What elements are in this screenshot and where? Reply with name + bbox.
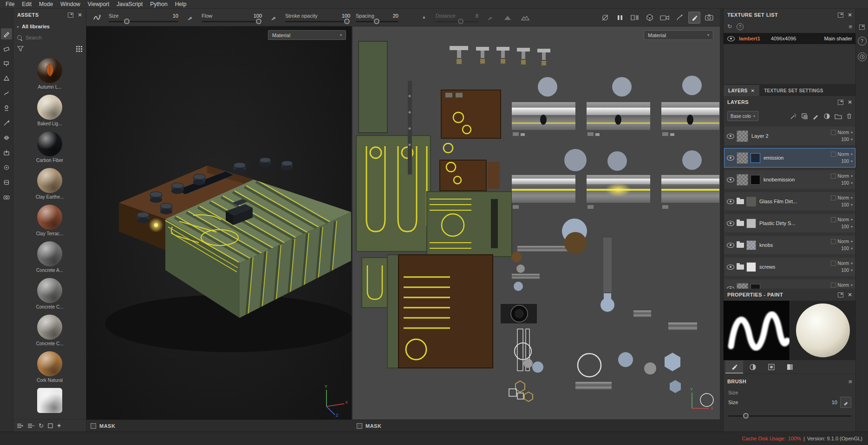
grid-view-icon[interactable] [76,46,82,52]
size-pressure-icon[interactable] [184,12,196,24]
shader-settings-icon[interactable] [1,177,12,188]
list-menu-icon[interactable]: ≡ [848,23,852,30]
layer-row-folder[interactable]: screws Norm▾ 100▾ [724,258,855,276]
layer-thumbnail[interactable] [737,174,748,186]
material-tab-icon[interactable] [781,361,799,374]
asset-thumbnail[interactable] [37,168,62,193]
layer-opacity[interactable]: 100 [841,137,849,142]
visibility-eye-icon[interactable] [727,199,734,204]
brush-menu-icon[interactable]: ≡ [848,378,852,385]
layer-thumbnail[interactable] [737,130,748,142]
slider-knob[interactable] [374,19,379,24]
asset-item[interactable]: Clay Terrac... [36,205,64,236]
brush-size-value[interactable]: 10 [832,400,837,405]
visibility-eye-icon[interactable] [727,134,734,139]
close-tab-icon[interactable]: ✕ [751,88,755,93]
symmetry-off-icon[interactable] [599,12,611,24]
alpha-profile-icon[interactable] [519,12,531,24]
slider-track[interactable] [285,21,350,22]
menu-javascript[interactable]: JavaScript [113,0,146,8]
blend-mode[interactable]: Norm [838,174,849,179]
material-mode-dropdown[interactable]: Material ▾ [268,30,346,40]
blend-mode[interactable]: Norm [838,195,849,200]
stencil-tab-icon[interactable] [763,361,780,374]
layer-row-folder[interactable]: Glass Film Dirt... Norm▾ 100▾ [724,192,855,211]
material-preview[interactable] [790,301,856,360]
slider-track[interactable] [202,21,262,22]
undock-panel-icon[interactable] [68,13,73,18]
asset-thumbnail[interactable] [37,351,62,376]
alpha-tab-icon[interactable] [744,361,762,374]
layer-name[interactable]: Glass Film Dirt... [759,199,822,204]
layer-thumbnail[interactable] [737,283,748,289]
brush-dot-icon[interactable] [418,12,430,24]
slider-track[interactable] [728,415,851,417]
spacing-slider[interactable]: Spacing20 [356,13,398,22]
asset-item[interactable]: Autumn L... [37,58,62,90]
layer-color-thumbnail[interactable] [746,197,756,206]
quick-mask-icon[interactable] [629,12,641,24]
layer-name[interactable]: Layer 2 [751,133,822,139]
layer-thumbnail[interactable] [737,152,748,164]
asset-thumbnail[interactable] [37,388,62,413]
asset-thumbnail-autumn[interactable] [37,58,62,83]
menu-file[interactable]: File [2,0,18,8]
blend-mode[interactable]: Norm [838,283,849,288]
layer-row-partial[interactable]: Norm▾ 100▾ [724,279,855,289]
search-input[interactable] [25,34,73,41]
refresh-sets-icon[interactable]: ↻ [727,23,732,30]
mask-grid-icon[interactable] [831,217,836,222]
blend-mode[interactable]: Norm [838,217,849,222]
layer-row-selected[interactable]: emission Norm▾ 100▾ [724,148,855,167]
layer-opacity[interactable]: 100 [841,224,849,229]
layer-name[interactable]: emission [764,155,822,161]
visibility-eye-icon[interactable] [727,243,734,248]
layer-row[interactable]: Layer 2 Norm▾ 100▾ [724,127,855,145]
layer-color-thumbnail[interactable] [746,240,756,250]
asset-thumbnail[interactable] [37,205,62,230]
brush-tab-icon[interactable] [725,361,743,374]
material-mode-dropdown-2d[interactable]: Material ▾ [644,30,713,40]
export-textures-icon[interactable] [1,147,12,158]
layer-color-thumbnail[interactable] [746,219,756,228]
camera-tool-icon[interactable] [1,192,12,203]
mask-grid-icon[interactable] [831,152,836,157]
channel-filter-dropdown[interactable]: Base colo ▾ [727,111,758,121]
display-settings-icon[interactable] [1,162,12,173]
undock-panel-icon[interactable] [838,292,843,297]
mask-grid-icon[interactable] [831,130,836,135]
slider-track[interactable] [356,21,398,22]
layer-row-folder[interactable]: knobs Norm▾ 100▾ [724,236,855,254]
asset-thumbnail[interactable] [37,241,62,266]
layer-color-thumbnail[interactable] [746,262,756,272]
list-view-icon[interactable] [17,423,24,428]
size-pressure-toggle[interactable] [840,397,851,408]
asset-item[interactable]: Carbon Fiber [36,131,63,163]
flow-slider[interactable]: Flow100 [202,13,262,22]
add-mask-icon[interactable] [823,113,830,120]
delete-layer-icon[interactable] [846,113,852,119]
asset-item[interactable]: Baked Lig... [37,95,62,126]
tab-texture-set-settings[interactable]: TEXTURE SET SETTINGS [759,85,828,96]
blend-mode[interactable]: Norm [838,239,849,244]
asset-item[interactable]: Clay Earthe... [36,168,64,200]
info-icon[interactable]: ? [737,23,744,30]
size-slider[interactable]: Size10 [109,13,178,22]
slider-track[interactable] [109,21,178,22]
visibility-eye-icon[interactable] [727,264,734,270]
layer-name[interactable]: knobs [759,242,822,248]
asset-item[interactable]: Concrete C... [36,315,64,346]
layer-opacity[interactable]: 100 [841,246,849,251]
undock-panel-icon[interactable] [838,13,843,18]
asset-item[interactable]: Concrete A... [36,241,63,273]
mask-bar-3d[interactable]: MASK [86,419,352,432]
viewport-3d[interactable]: Material ▾ Y X Z [86,26,352,419]
mask-bar-2d[interactable]: MASK [352,419,720,432]
slider-knob[interactable] [256,19,261,24]
add-fill-layer-icon[interactable] [801,113,808,120]
blend-mode[interactable]: Norm [838,130,849,135]
mask-grid-icon[interactable] [831,195,836,200]
texture-set-row[interactable]: lambert1 4096x4096 Main shader [724,33,856,44]
library-selector[interactable]: ▸ All libraries [13,21,86,32]
slider-knob[interactable] [743,413,749,419]
